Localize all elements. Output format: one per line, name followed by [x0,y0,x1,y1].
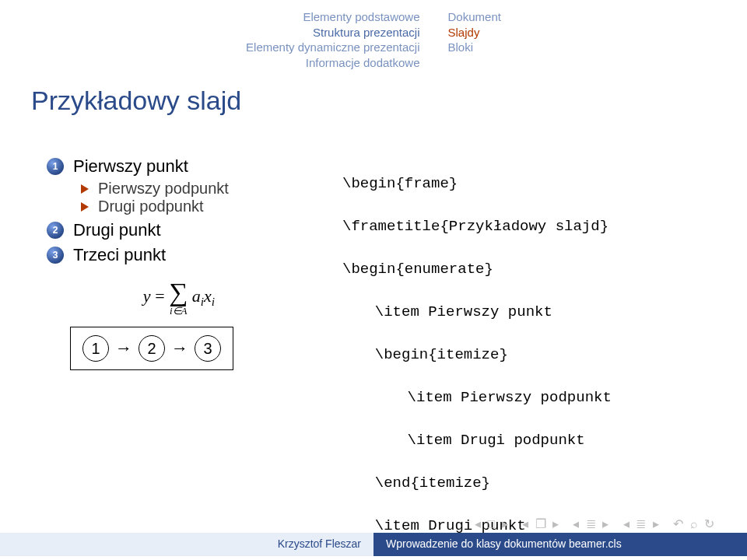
nav-search-icon[interactable]: ⌕ [690,517,700,530]
diagram-figure: 1 → 2 → 3 [70,327,233,370]
code-listing: \begin{frame} \frametitle{Przykładowy sl… [342,152,716,560]
section-item[interactable]: Elementy podstawowe [246,9,419,25]
itemize-item: Pierwszy podpunkt [81,180,311,198]
diagram-node: 3 [195,335,221,362]
subsection-item[interactable]: Bloki [448,40,501,55]
header-sections: Elementy podstawowe Struktura prezentacj… [232,9,433,70]
frame-title: Przykładowy slajd [0,76,747,121]
example-rendered: 1 Pierwszy punkt Pierwszy podpunkt Drugi… [47,152,311,560]
code-line: \begin{frame} [342,173,716,195]
header-subsections: Dokument Slajdy Bloki [434,9,515,70]
equation: y = ∑ i∈A aixi [47,279,311,316]
footer-author: Krzysztof Fleszar [0,533,374,556]
subsection-item[interactable]: Dokument [448,9,501,25]
triangle-icon [81,202,89,212]
enum-bullet: 1 [47,158,64,175]
nav-section-icon[interactable]: ◂ ≣ ▸ [573,517,610,530]
enum-label: Drugi punkt [73,220,161,240]
enum-item: 2 Drugi punkt [47,220,311,240]
sigma-symbol: ∑ [169,278,188,306]
diagram-node: 1 [82,335,109,362]
code-line: \begin{itemize} [342,345,716,366]
code-line: \end{itemize} [342,473,716,495]
section-item[interactable]: Informacje dodatkowe [246,55,419,71]
footer-title: Wprowadzenie do klasy dokumentów beamer.… [374,533,747,556]
content-area: 1 Pierwszy punkt Pierwszy podpunkt Drugi… [0,121,747,560]
subsection-item[interactable]: Slajdy [448,25,501,40]
enum-bullet: 3 [47,247,64,264]
nav-slide-icon[interactable]: ◂ ≣ ▸ [623,517,661,530]
code-line: \begin{enumerate} [342,259,716,281]
enum-label: Trzeci punkt [73,245,166,264]
nav-frame-icon[interactable]: ◂ □ ▸ [475,517,510,530]
nav-undo-icon[interactable]: ↻ [704,517,716,530]
diagram-node: 2 [139,335,165,362]
enum-bullet: 2 [47,222,64,239]
enum-label: Pierwszy punkt [73,156,188,176]
section-item[interactable]: Elementy dynamiczne prezentacji [246,40,419,55]
footline: Krzysztof Fleszar Wprowadzenie do klasy … [0,533,747,556]
nav-subsection-icon[interactable]: ◂ ❐ ▸ [522,517,560,530]
enumerate-list: 1 Pierwszy punkt Pierwszy podpunkt Drugi… [47,156,311,265]
triangle-icon [81,184,89,194]
code-line: \frametitle{Przykładowy slajd} [342,216,716,238]
itemize-list: Pierwszy podpunkt Drugi podpunkt [81,180,311,215]
arrow-icon: → [171,338,188,359]
code-line: \item Pierwszy podpunkt [342,387,716,409]
enum-item: 1 Pierwszy punkt Pierwszy podpunkt Drugi… [47,156,311,215]
enum-item: 3 Trzeci punkt [47,245,311,265]
section-item[interactable]: Struktura prezentacji [246,25,419,40]
arrow-icon: → [115,338,132,359]
code-line: \item Pierwszy punkt [342,302,716,324]
nav-symbols[interactable]: ◂ □ ▸ ◂ ❐ ▸ ◂ ≣ ▸ ◂ ≣ ▸ ↶ ⌕ ↻ [0,516,747,533]
code-line: \item Drugi podpunkt [342,430,716,452]
header-nav: Elementy podstawowe Struktura prezentacj… [0,0,747,76]
footer: ◂ □ ▸ ◂ ❐ ▸ ◂ ≣ ▸ ◂ ≣ ▸ ↶ ⌕ ↻ Krzysztof … [0,516,747,560]
nav-back-icon[interactable]: ↶ [673,517,685,530]
itemize-item: Drugi podpunkt [81,198,311,215]
